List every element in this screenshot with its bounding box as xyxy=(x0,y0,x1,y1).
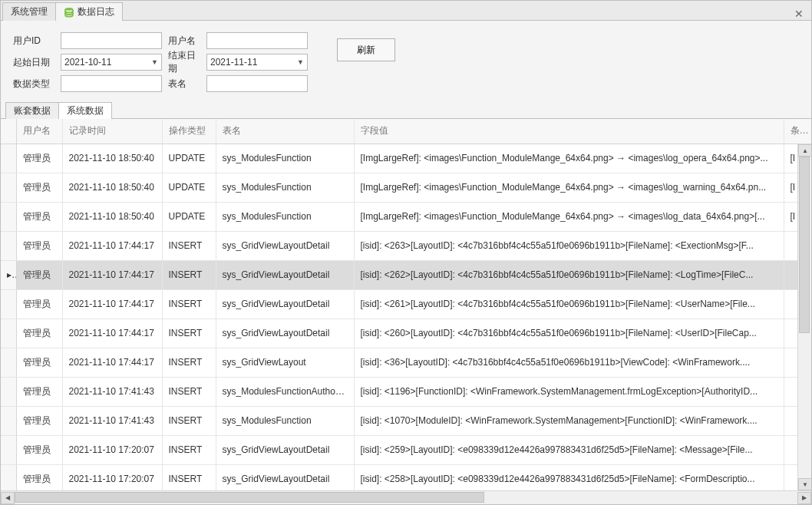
table-row[interactable]: 管理员2021-11-10 17:20:07INSERTsys_GridView… xyxy=(1,464,811,490)
cell-time: 2021-11-10 17:44:17 xyxy=(62,319,162,348)
table-row[interactable]: 管理员2021-11-10 18:50:40UPDATEsys_ModulesF… xyxy=(1,173,811,202)
cell-table: sys_GridViewLayoutDetail xyxy=(216,464,354,490)
top-tab-system-management[interactable]: 系统管理 xyxy=(2,2,56,21)
cell-time: 2021-11-10 17:20:07 xyxy=(62,435,162,464)
scroll-thumb[interactable] xyxy=(15,492,484,503)
cell-op: UPDATE xyxy=(162,144,216,173)
cell-op: INSERT xyxy=(162,435,216,464)
cell-op: INSERT xyxy=(162,348,216,377)
cell-time: 2021-11-10 18:50:40 xyxy=(62,202,162,231)
grid-header-rowselector[interactable] xyxy=(1,119,16,144)
cell-field: [isid]: <1070>[ModuleID]: <WinFramework.… xyxy=(354,406,784,435)
start-date-label: 起始日期 xyxy=(13,56,61,69)
cell-op: INSERT xyxy=(162,406,216,435)
cell-field: [isid]: <260>[LayoutID]: <4c7b316bbf4c4c… xyxy=(354,319,784,348)
top-tab-data-log[interactable]: 数据日志 xyxy=(55,2,123,21)
table-row[interactable]: 管理员2021-11-10 18:50:40UPDATEsys_ModulesF… xyxy=(1,202,811,231)
scroll-up-button[interactable]: ▲ xyxy=(798,144,811,157)
row-indicator xyxy=(1,348,16,377)
grid-header-user[interactable]: 用户名 xyxy=(16,119,62,144)
grid-header-field[interactable]: 字段值 xyxy=(354,119,784,144)
table-row[interactable]: ▸管理员2021-11-10 17:44:17INSERTsys_GridVie… xyxy=(1,260,811,289)
cell-op: UPDATE xyxy=(162,202,216,231)
scroll-right-button[interactable]: ▶ xyxy=(797,492,811,504)
cell-user: 管理员 xyxy=(16,289,62,319)
cell-time: 2021-11-10 17:44:17 xyxy=(62,348,162,377)
inner-tab-account-data[interactable]: 账套数据 xyxy=(5,102,59,119)
table-row[interactable]: 管理员2021-11-10 17:44:17INSERTsys_GridView… xyxy=(1,289,811,319)
window-frame: 系统管理 数据日志 ✕ 用户ID 用户名 刷新 起始日期 xyxy=(0,0,812,505)
cell-table: sys_ModulesFunctionAuthority xyxy=(216,377,354,406)
cell-field: [isid]: <258>[LayoutID]: <e098339d12e442… xyxy=(354,464,784,490)
cell-field: [isid]: <36>[LayoutID]: <4c7b316bbf4c4c5… xyxy=(354,348,784,377)
start-date-picker[interactable]: 2021-10-11 ▼ xyxy=(61,54,162,71)
scroll-left-button[interactable]: ◀ xyxy=(1,492,15,504)
horizontal-scrollbar[interactable]: ◀ ▶ xyxy=(1,490,811,504)
cell-user: 管理员 xyxy=(16,319,62,348)
scroll-thumb[interactable] xyxy=(799,157,810,333)
cell-table: sys_GridViewLayoutDetail xyxy=(216,231,354,260)
cell-user: 管理员 xyxy=(16,202,62,231)
refresh-button[interactable]: 刷新 xyxy=(337,38,395,61)
chevron-down-icon: ▼ xyxy=(297,58,304,66)
scroll-track[interactable] xyxy=(798,157,810,478)
cell-field: [isid]: <263>[LayoutID]: <4c7b316bbf4c4c… xyxy=(354,231,784,260)
cell-field: [ImgLargeRef]: <images\Function_ModuleMa… xyxy=(354,144,784,173)
chevron-down-icon: ▼ xyxy=(151,58,158,66)
cell-user: 管理员 xyxy=(16,348,62,377)
row-indicator xyxy=(1,319,16,348)
row-indicator xyxy=(1,231,16,260)
table-row[interactable]: 管理员2021-11-10 17:44:17INSERTsys_GridView… xyxy=(1,319,811,348)
cell-table: sys_GridViewLayoutDetail xyxy=(216,260,354,289)
top-tab-label: 数据日志 xyxy=(78,5,114,18)
cell-table: sys_GridViewLayout xyxy=(216,348,354,377)
user-name-input[interactable] xyxy=(206,32,308,49)
cell-time: 2021-11-10 17:44:17 xyxy=(62,260,162,289)
cell-table: sys_GridViewLayoutDetail xyxy=(216,435,354,464)
end-date-picker[interactable]: 2021-11-11 ▼ xyxy=(206,54,308,71)
data-type-label: 数据类型 xyxy=(13,78,61,91)
row-indicator xyxy=(1,435,16,464)
end-date-value: 2021-11-11 xyxy=(210,57,257,68)
start-date-value: 2021-10-11 xyxy=(64,57,111,68)
filter-form: 用户ID 用户名 刷新 起始日期 2021-10-11 ▼ 结束日期 2021-… xyxy=(1,21,811,101)
row-indicator xyxy=(1,144,16,173)
table-row[interactable]: 管理员2021-11-10 17:41:43INSERTsys_ModulesF… xyxy=(1,377,811,406)
grid-header-cond[interactable]: 条件 xyxy=(784,119,811,144)
row-indicator xyxy=(1,377,16,406)
cell-user: 管理员 xyxy=(16,173,62,202)
table-row[interactable]: 管理员2021-11-10 17:44:17INSERTsys_GridView… xyxy=(1,231,811,260)
cell-field: [isid]: <261>[LayoutID]: <4c7b316bbf4c4c… xyxy=(354,289,784,319)
scroll-track[interactable] xyxy=(15,492,797,504)
user-id-input[interactable] xyxy=(61,32,162,49)
table-row[interactable]: 管理员2021-11-10 17:20:07INSERTsys_GridView… xyxy=(1,435,811,464)
table-row[interactable]: 管理员2021-11-10 18:50:40UPDATEsys_ModulesF… xyxy=(1,144,811,173)
table-name-input[interactable] xyxy=(206,75,308,92)
row-indicator: ▸ xyxy=(1,260,16,289)
data-type-input[interactable] xyxy=(61,75,162,92)
cell-time: 2021-11-10 17:41:43 xyxy=(62,406,162,435)
cell-op: UPDATE xyxy=(162,173,216,202)
grid-header-table[interactable]: 表名 xyxy=(216,119,354,144)
table-row[interactable]: 管理员2021-11-10 17:44:17INSERTsys_GridView… xyxy=(1,348,811,377)
cell-time: 2021-11-10 17:20:07 xyxy=(62,464,162,490)
top-tab-label: 系统管理 xyxy=(11,5,48,18)
cell-user: 管理员 xyxy=(16,144,62,173)
cell-user: 管理员 xyxy=(16,377,62,406)
cell-time: 2021-11-10 18:50:40 xyxy=(62,173,162,202)
cell-field: [ImgLargeRef]: <images\Function_ModuleMa… xyxy=(354,173,784,202)
cell-op: INSERT xyxy=(162,464,216,490)
cell-field: [ImgLargeRef]: <images\Function_ModuleMa… xyxy=(354,202,784,231)
scroll-down-button[interactable]: ▼ xyxy=(798,478,811,490)
svg-point-0 xyxy=(65,7,73,10)
cell-op: INSERT xyxy=(162,377,216,406)
cell-field: [isid]: <262>[LayoutID]: <4c7b316bbf4c4c… xyxy=(354,260,784,289)
table-row[interactable]: 管理员2021-11-10 17:41:43INSERTsys_ModulesF… xyxy=(1,406,811,435)
vertical-scrollbar[interactable]: ▲ ▼ xyxy=(797,144,811,490)
inner-tab-system-data[interactable]: 系统数据 xyxy=(58,102,112,119)
inner-tabstrip: 账套数据 系统数据 xyxy=(1,101,811,119)
cell-field: [isid]: <1196>[FunctionID]: <WinFramewor… xyxy=(354,377,784,406)
grid-header-op[interactable]: 操作类型 xyxy=(162,119,216,144)
grid-header-time[interactable]: 记录时间 xyxy=(62,119,162,144)
tab-close-button[interactable]: ✕ xyxy=(791,8,811,20)
